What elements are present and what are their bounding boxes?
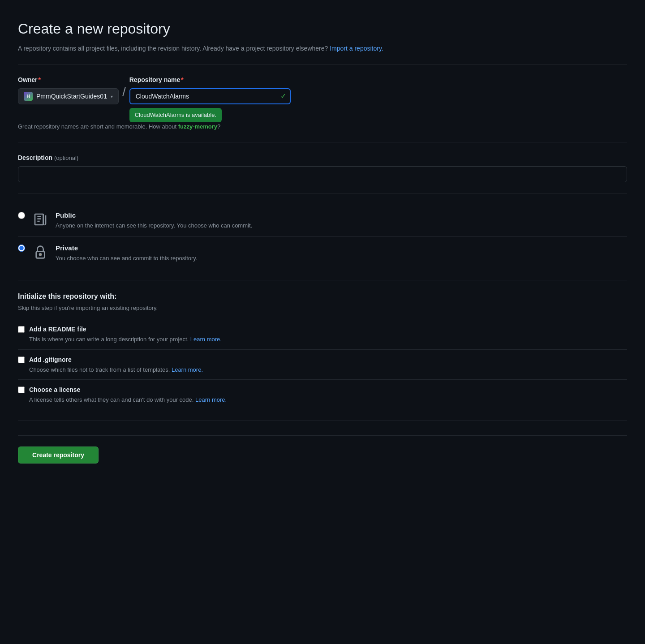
public-title: Public [56, 210, 252, 221]
public-option: Public Anyone on the internet can see th… [18, 204, 627, 236]
private-radio[interactable] [18, 245, 25, 252]
init-subtitle: Skip this step if you're importing an ex… [18, 304, 627, 313]
public-desc: Anyone on the internet can see this repo… [56, 221, 252, 230]
owner-required: * [39, 76, 41, 83]
create-repository-button[interactable]: Create repository [18, 447, 99, 464]
visibility-section: Public Anyone on the internet can see th… [18, 204, 627, 269]
private-text-group: Private You choose who can see and commi… [56, 243, 198, 263]
private-desc: You choose who can see and commit to thi… [56, 254, 198, 263]
description-section: Description (optional) [18, 153, 627, 182]
owner-dropdown[interactable]: H PmmQuickStartGuides01 ▾ [18, 88, 119, 104]
license-checkbox[interactable] [18, 386, 25, 393]
init-title: Initialize this repository with: [18, 291, 627, 302]
submit-section: Create repository [18, 435, 627, 464]
header-divider [18, 64, 627, 64]
section-divider-4 [18, 421, 627, 421]
readme-text-group: Add a README file This is where you can … [29, 325, 222, 344]
public-text-group: Public Anyone on the internet can see th… [56, 210, 252, 230]
gitignore-desc: Choose which files not to track from a l… [29, 365, 203, 374]
description-input[interactable] [18, 166, 627, 182]
owner-avatar: H [24, 92, 33, 101]
readme-desc: This is where you can write a long descr… [29, 335, 222, 344]
repo-name-wrapper: ✓ CloudWatchAlarms is available. [129, 88, 291, 104]
license-desc: A license tells others what they can and… [29, 395, 227, 404]
readme-option: Add a README file This is where you can … [18, 319, 627, 349]
page-title: Create a new repository [18, 18, 627, 39]
repo-name-field-group: Repository name* ✓ CloudWatchAlarms is a… [129, 75, 291, 104]
license-option: Choose a license A license tells others … [18, 379, 627, 410]
gitignore-option: Add .gitignore Choose which files not to… [18, 349, 627, 380]
readme-checkbox[interactable] [18, 326, 25, 333]
page-subtitle: A repository contains all project files,… [18, 44, 627, 53]
initialize-section: Initialize this repository with: Skip th… [18, 291, 627, 410]
gitignore-text-group: Add .gitignore Choose which files not to… [29, 355, 203, 374]
gitignore-title: Add .gitignore [29, 355, 203, 365]
gitignore-checkbox[interactable] [18, 356, 25, 363]
readme-title: Add a README file [29, 325, 222, 334]
slash-separator: / [122, 83, 126, 104]
readme-learn-more[interactable]: Learn more. [190, 336, 222, 343]
gitignore-learn-more[interactable]: Learn more. [172, 366, 203, 373]
repo-name-input[interactable] [129, 88, 291, 104]
private-option: Private You choose who can see and commi… [18, 236, 627, 269]
optional-label: (optional) [54, 155, 78, 161]
section-divider-2 [18, 193, 627, 193]
license-learn-more[interactable]: Learn more. [195, 396, 227, 403]
owner-repo-row: Owner* H PmmQuickStartGuides01 ▾ / Repos… [18, 75, 627, 104]
book-icon [31, 210, 49, 228]
section-divider-3 [18, 280, 627, 280]
owner-value: PmmQuickStartGuides01 [36, 93, 107, 100]
description-label: Description (optional) [18, 153, 627, 163]
import-link[interactable]: Import a repository. [330, 45, 383, 52]
suggestion-text: fuzzy-memory [178, 123, 217, 130]
section-divider-1 [18, 142, 627, 142]
repo-name-label: Repository name* [129, 75, 291, 85]
checkmark-icon: ✓ [280, 91, 286, 102]
public-radio[interactable] [18, 212, 25, 219]
chevron-down-icon: ▾ [111, 94, 113, 99]
repo-name-required: * [181, 76, 183, 83]
owner-label: Owner* [18, 75, 119, 85]
available-tooltip: CloudWatchAlarms is available. [129, 108, 222, 122]
svg-point-2 [39, 253, 41, 255]
private-title: Private [56, 243, 198, 253]
lock-icon [31, 243, 49, 261]
license-text-group: Choose a license A license tells others … [29, 385, 227, 404]
name-hint: Great repository names are short and mem… [18, 122, 627, 131]
license-title: Choose a license [29, 385, 227, 395]
owner-field-group: Owner* H PmmQuickStartGuides01 ▾ [18, 75, 119, 104]
